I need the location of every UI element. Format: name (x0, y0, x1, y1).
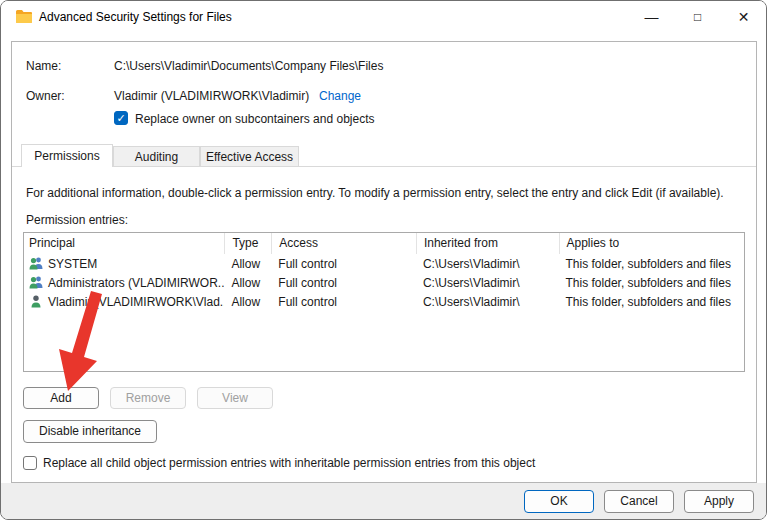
table-row[interactable]: SYSTEM Allow Full control C:\Users\Vladi… (24, 254, 744, 273)
entry-access: Full control (271, 276, 416, 290)
check-icon: ✓ (116, 112, 125, 124)
replace-owner-checkbox[interactable]: ✓ (114, 111, 128, 125)
close-icon: ✕ (738, 9, 750, 25)
maximize-button[interactable]: □ (675, 1, 720, 33)
tab-label: Effective Access (206, 150, 293, 164)
replace-owner-label: Replace owner on subcontainers and objec… (135, 112, 374, 126)
entry-inherited-from: C:\Users\Vladimir\ (416, 257, 559, 271)
tab-auditing[interactable]: Auditing (113, 146, 200, 167)
add-button[interactable]: Add (23, 387, 99, 409)
name-label: Name: (26, 59, 61, 73)
group-icon (29, 257, 44, 270)
group-icon (29, 276, 44, 289)
tab-permissions[interactable]: Permissions (21, 144, 113, 167)
tab-label: Auditing (135, 150, 178, 164)
remove-button[interactable]: Remove (110, 387, 186, 409)
owner-value: Vladimir (VLADIMIRWORK\Vladimir) (114, 89, 309, 103)
column-header-principal[interactable]: Principal (24, 233, 224, 254)
window-title: Advanced Security Settings for Files (39, 10, 232, 24)
owner-label: Owner: (26, 89, 65, 103)
entry-applies-to: This folder, subfolders and files (559, 295, 744, 309)
user-icon (29, 295, 44, 308)
change-owner-link[interactable]: Change (319, 89, 361, 103)
advanced-security-settings-dialog: Advanced Security Settings for Files — □… (0, 0, 767, 520)
minimize-icon: — (645, 9, 659, 25)
entry-type: Allow (224, 257, 271, 271)
entry-applies-to: This folder, subfolders and files (559, 276, 744, 290)
principal-name: Administrators (VLADIMIRWOR... (48, 276, 224, 290)
tab-label: Permissions (34, 149, 99, 163)
ok-button[interactable]: OK (524, 490, 594, 513)
minimize-button[interactable]: — (629, 1, 674, 33)
name-value: C:\Users\Vladimir\Documents\Company File… (114, 59, 383, 73)
cancel-button[interactable]: Cancel (604, 490, 674, 513)
close-button[interactable]: ✕ (721, 1, 766, 33)
title-bar: Advanced Security Settings for Files — □… (1, 1, 766, 33)
replace-child-label: Replace all child object permission entr… (43, 456, 535, 470)
tab-divider (12, 166, 756, 167)
permission-entries-table: Principal Type Access Inherited from App… (23, 232, 745, 372)
remove-button-label: Remove (126, 391, 171, 405)
column-header-access[interactable]: Access (271, 233, 416, 254)
tab-effective-access[interactable]: Effective Access (200, 146, 299, 167)
column-header-applies-to[interactable]: Applies to (559, 233, 744, 254)
table-row[interactable]: Administrators (VLADIMIRWOR... Allow Ful… (24, 273, 744, 292)
column-header-type[interactable]: Type (224, 233, 271, 254)
principal-name: SYSTEM (48, 257, 97, 271)
entry-inherited-from: C:\Users\Vladimir\ (416, 295, 559, 309)
principal-name: Vladimir (VLADIMIRWORK\Vlad... (48, 295, 224, 309)
maximize-icon: □ (694, 10, 701, 24)
add-button-label: Add (50, 391, 71, 405)
replace-child-checkbox[interactable] (23, 456, 37, 470)
apply-button[interactable]: Apply (684, 490, 754, 513)
info-text: For additional information, double-click… (26, 186, 724, 200)
table-row[interactable]: Vladimir (VLADIMIRWORK\Vlad... Allow Ful… (24, 292, 744, 311)
folder-icon (15, 9, 33, 24)
column-header-inherited-from[interactable]: Inherited from (416, 233, 559, 254)
view-button-label: View (222, 391, 248, 405)
apply-button-label: Apply (704, 494, 734, 508)
entry-type: Allow (224, 295, 271, 309)
table-header: Principal Type Access Inherited from App… (24, 233, 744, 254)
view-button[interactable]: View (197, 387, 273, 409)
disable-inheritance-button[interactable]: Disable inheritance (23, 420, 157, 443)
entry-inherited-from: C:\Users\Vladimir\ (416, 276, 559, 290)
entry-applies-to: This folder, subfolders and files (559, 257, 744, 271)
footer-bar: OK Cancel Apply (1, 483, 767, 520)
cancel-button-label: Cancel (620, 494, 657, 508)
entry-access: Full control (271, 295, 416, 309)
permission-entries-label: Permission entries: (26, 213, 128, 227)
entry-type: Allow (224, 276, 271, 290)
ok-button-label: OK (550, 494, 567, 508)
disable-inheritance-label: Disable inheritance (39, 424, 141, 438)
entry-access: Full control (271, 257, 416, 271)
